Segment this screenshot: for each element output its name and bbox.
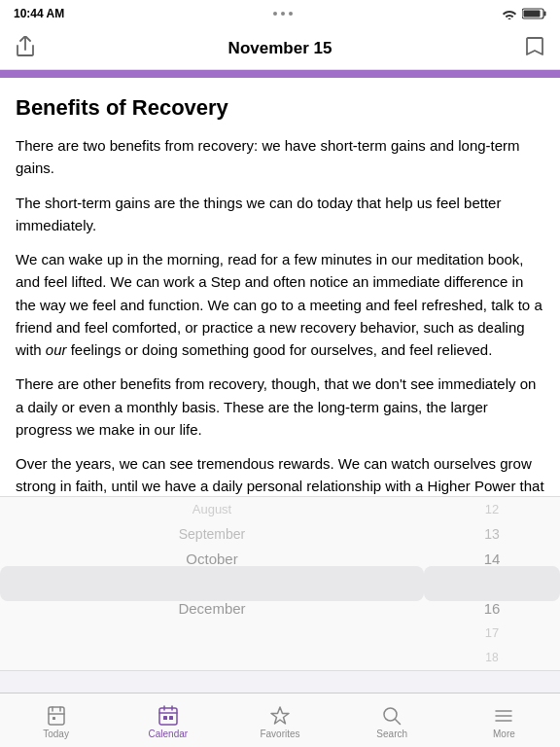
bookmark-icon: [525, 36, 544, 57]
tab-search[interactable]: Search: [336, 701, 448, 739]
day-column[interactable]: 12 13 14 15 16 17 18: [424, 497, 560, 670]
nav-bar: November 15: [0, 27, 560, 70]
status-icons: [502, 8, 546, 19]
svg-rect-3: [524, 11, 541, 18]
paragraph-4: There are other benefits from recovery, …: [16, 373, 544, 441]
wifi-icon: [502, 8, 517, 19]
article-body: There are two benefits from recovery: we…: [16, 134, 544, 496]
month-column[interactable]: August September October November Decemb…: [0, 497, 424, 670]
month-blank-2: [0, 646, 424, 670]
tab-more[interactable]: More: [448, 701, 560, 739]
today-icon: [46, 705, 67, 727]
paragraph-1: There are two benefits from recovery: we…: [16, 134, 544, 180]
paragraph-2: The short-term gains are the things we c…: [16, 192, 544, 237]
paragraph-3: We can wake up in the morning, read for …: [16, 248, 544, 361]
month-december[interactable]: December: [0, 596, 424, 621]
month-blank-1: [0, 621, 424, 645]
tab-today-label: Today: [43, 729, 69, 739]
day-12[interactable]: 12: [424, 497, 560, 521]
svg-point-0: [508, 18, 511, 20]
tab-calendar-label: Calendar: [149, 729, 189, 739]
date-picker[interactable]: August September October November Decemb…: [0, 496, 560, 671]
status-bar: 10:44 AM: [0, 0, 560, 27]
paragraph-5: Over the years, we can see tremendous re…: [16, 452, 544, 496]
month-september[interactable]: September: [0, 521, 424, 546]
month-october[interactable]: October: [0, 547, 424, 571]
day-17[interactable]: 17: [424, 621, 560, 645]
tab-today[interactable]: Today: [0, 701, 112, 739]
share-button[interactable]: [16, 36, 35, 61]
article-title: Benefits of Recovery: [16, 95, 544, 121]
tab-bar: Today Calendar Favorites Search More: [0, 693, 560, 747]
svg-rect-7: [169, 716, 173, 720]
day-15[interactable]: 15: [424, 571, 560, 595]
status-center-dots: [273, 12, 293, 16]
tab-calendar[interactable]: Calendar: [112, 701, 224, 739]
day-13[interactable]: 13: [424, 521, 560, 546]
more-icon: [493, 705, 514, 727]
day-18[interactable]: 18: [424, 646, 560, 670]
tab-favorites[interactable]: Favorites: [224, 701, 335, 739]
nav-title: November 15: [228, 39, 332, 58]
month-november[interactable]: November: [0, 571, 424, 595]
tab-favorites-label: Favorites: [260, 729, 299, 739]
day-14[interactable]: 14: [424, 547, 560, 571]
content-area: Benefits of Recovery There are two benef…: [0, 78, 560, 496]
battery-icon: [522, 8, 546, 19]
svg-rect-4: [52, 717, 55, 720]
day-16[interactable]: 16: [424, 596, 560, 621]
svg-rect-2: [544, 12, 546, 17]
calendar-icon: [158, 705, 179, 727]
status-time: 10:44 AM: [14, 7, 64, 20]
svg-rect-6: [163, 716, 167, 720]
tab-search-label: Search: [376, 729, 407, 739]
month-august[interactable]: August: [0, 497, 424, 521]
tab-more-label: More: [493, 729, 515, 739]
share-icon: [16, 36, 35, 57]
accent-bar: [0, 70, 560, 78]
favorites-star-icon: [269, 705, 291, 727]
svg-rect-5: [159, 708, 177, 725]
bookmark-button[interactable]: [525, 36, 544, 61]
search-icon: [381, 705, 402, 727]
